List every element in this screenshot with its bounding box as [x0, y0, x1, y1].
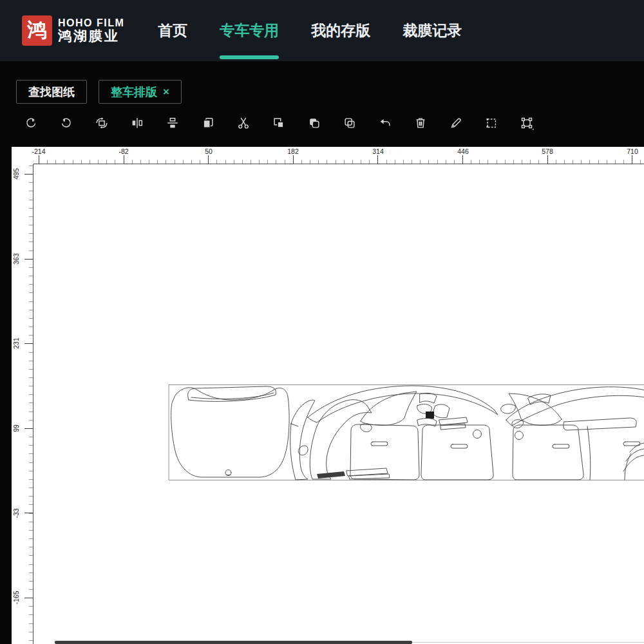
copy-icon: [201, 116, 215, 130]
group-button[interactable]: [307, 115, 322, 131]
template-frame[interactable]: [169, 385, 644, 480]
flip-horizontal-icon: [130, 116, 144, 130]
nav-item-car-specific[interactable]: 专车专用: [220, 0, 279, 61]
group-icon: [307, 116, 321, 130]
nav-item-my-saved[interactable]: 我的存版: [311, 0, 370, 61]
flip-horizontal-button[interactable]: [129, 115, 145, 131]
layout-tab-label: 整车排版: [111, 84, 157, 100]
marquee-icon: [484, 116, 498, 130]
rotate-object-button[interactable]: [94, 115, 109, 131]
ppf-template-drawing[interactable]: [0, 147, 644, 644]
draw-button[interactable]: [448, 115, 464, 131]
nav-item-label: 我的存版: [311, 21, 370, 41]
flip-vertical-button[interactable]: [165, 115, 180, 131]
transform-frame-icon: [520, 116, 534, 130]
ungroup-icon: [343, 116, 357, 130]
marquee-select-button[interactable]: [484, 115, 499, 131]
top-nav: 鸿 HOHO FILM 鸿湖膜业 首页 专车专用 我的存版 裁膜记录: [0, 0, 644, 61]
rotate-ccw-icon: [59, 116, 73, 130]
rotate-cw-button[interactable]: [23, 115, 39, 131]
nav-menu: 首页 专车专用 我的存版 裁膜记录: [158, 0, 462, 61]
rotate-ccw-button[interactable]: [59, 115, 74, 131]
cut-scissors-icon: [236, 116, 251, 130]
horizontal-scrollbar-thumb[interactable]: [55, 641, 412, 644]
app-window: 鸿 HOHO FILM 鸿湖膜业 首页 专车专用 我的存版 裁膜记录: [0, 0, 644, 644]
find-drawing-button[interactable]: 查找图纸: [16, 80, 87, 104]
rotate-cw-icon: [24, 116, 38, 130]
nav-item-label: 专车专用: [220, 21, 279, 41]
undo-icon: [378, 116, 392, 130]
logo-glyph: 鸿: [28, 17, 47, 44]
brand-logo[interactable]: 鸿 HOHO FILM 鸿湖膜业: [22, 15, 124, 46]
copy-button[interactable]: [200, 115, 216, 131]
delete-button[interactable]: [413, 115, 428, 131]
toolbar: [23, 115, 535, 131]
brand-name-en: HOHO FILM: [58, 18, 124, 29]
layout-tab[interactable]: 整车排版 ×: [99, 80, 182, 104]
nav-item-label: 首页: [158, 21, 187, 41]
windshield-strip-shape[interactable]: [188, 386, 276, 401]
left-side-profile-shapes[interactable]: [290, 386, 498, 480]
ungroup-button[interactable]: [342, 115, 357, 131]
editor-header: 查找图纸 整车排版 ×: [0, 61, 644, 147]
horizontal-scrollbar-track[interactable]: [412, 642, 644, 643]
nav-item-cut-records[interactable]: 裁膜记录: [402, 0, 462, 61]
brand-name-zh: 鸿湖膜业: [58, 29, 124, 43]
close-icon[interactable]: ×: [163, 86, 169, 99]
logo-icon: 鸿: [22, 15, 52, 46]
paste-button[interactable]: [271, 115, 287, 131]
cut-button[interactable]: [236, 115, 251, 131]
paste-icon: [272, 116, 286, 130]
nav-item-home[interactable]: 首页: [158, 0, 187, 61]
nav-item-label: 裁膜记录: [402, 21, 462, 41]
right-side-profile-shapes[interactable]: [501, 387, 644, 480]
undo-button[interactable]: [377, 115, 393, 131]
tab-row: 查找图纸 整车排版 ×: [16, 80, 182, 104]
trash-icon: [413, 116, 428, 130]
active-tab-underline: [220, 55, 279, 59]
pen-icon: [449, 116, 463, 130]
brand-text: HOHO FILM 鸿湖膜业: [58, 18, 124, 43]
transform-button[interactable]: [519, 115, 535, 131]
rotate-object-icon: [95, 116, 109, 130]
find-drawing-label: 查找图纸: [28, 84, 75, 100]
flip-vertical-icon: [166, 116, 180, 130]
